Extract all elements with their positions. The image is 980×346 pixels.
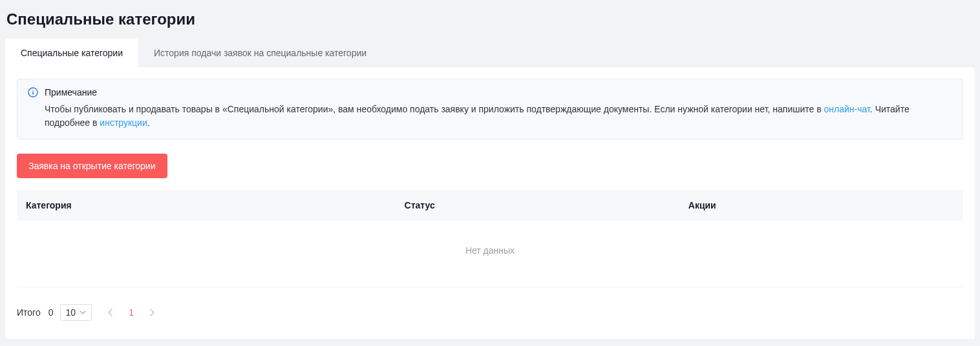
notice-body: Чтобы публиковать и продавать товары в «… (28, 103, 952, 130)
pagination: Итого 0 10 1 (17, 304, 963, 321)
page-size-select[interactable]: 10 (60, 304, 92, 321)
total-value: 0 (48, 307, 54, 318)
notice-title: Примечание (45, 87, 97, 97)
table-empty-text: Нет данных (17, 221, 963, 287)
categories-table: Категория Статус Акции Нет данных (17, 190, 963, 287)
panel: Примечание Чтобы публиковать и продавать… (5, 67, 975, 339)
tab-history[interactable]: История подачи заявок на специальные кат… (138, 39, 382, 67)
tab-special-categories[interactable]: Специальные категории (5, 39, 138, 67)
notice-box: Примечание Чтобы публиковать и продавать… (17, 79, 963, 139)
page-size-value: 10 (66, 307, 76, 318)
info-icon (28, 87, 38, 97)
svg-rect-1 (32, 92, 34, 95)
page-title: Специальные категории (6, 10, 975, 28)
instructions-link[interactable]: инструкции (100, 117, 147, 128)
svg-rect-2 (32, 90, 34, 91)
page-number-1[interactable]: 1 (127, 307, 136, 318)
next-page-icon[interactable] (147, 308, 156, 317)
online-chat-link[interactable]: онлайн-чат (824, 104, 870, 114)
prev-page-icon[interactable] (106, 308, 115, 317)
chevron-down-icon (80, 309, 86, 316)
notice-text-3: . (147, 117, 150, 128)
total-label: Итого (17, 307, 41, 318)
table-empty-row: Нет данных (17, 221, 963, 287)
notice-text-1: Чтобы публиковать и продавать товары в «… (45, 104, 824, 114)
col-header-category: Категория (17, 190, 396, 221)
tabs: Специальные категории История подачи зая… (5, 39, 975, 67)
open-category-button[interactable]: Заявка на открытие категории (17, 154, 167, 178)
col-header-actions: Акции (679, 190, 963, 221)
col-header-status: Статус (396, 190, 679, 221)
